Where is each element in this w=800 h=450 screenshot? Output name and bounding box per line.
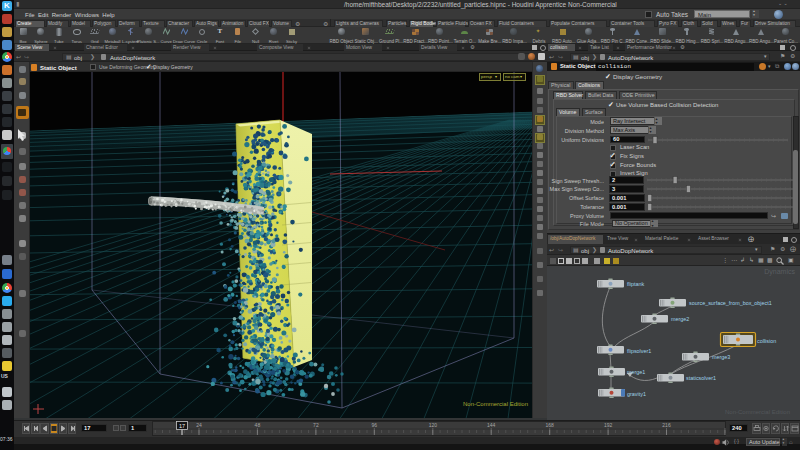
svg-text:gravity1: gravity1 <box>627 391 646 397</box>
svg-text:merge3: merge3 <box>712 354 730 360</box>
svg-text:fliptank: fliptank <box>627 281 644 287</box>
svg-text:merge1: merge1 <box>627 369 645 375</box>
svg-text:Dynamics: Dynamics <box>764 268 795 276</box>
svg-text:144: 144 <box>487 422 496 428</box>
svg-text:collision: collision <box>757 338 776 344</box>
svg-text:source_surface_from_box_object: source_surface_from_box_object1 <box>689 300 772 306</box>
svg-text:Non-Commercial Edition: Non-Commercial Edition <box>725 409 790 415</box>
svg-text:merge2: merge2 <box>671 316 689 322</box>
svg-text:96: 96 <box>372 422 378 428</box>
svg-text:72: 72 <box>313 422 319 428</box>
svg-text:17: 17 <box>179 422 185 428</box>
svg-text:flipsolver1: flipsolver1 <box>627 348 651 354</box>
svg-text:192: 192 <box>604 422 613 428</box>
svg-text:staticsolver1: staticsolver1 <box>686 375 716 381</box>
svg-text:24: 24 <box>196 422 202 428</box>
svg-text:48: 48 <box>255 422 261 428</box>
svg-text:120: 120 <box>429 422 438 428</box>
svg-text:216: 216 <box>662 422 671 428</box>
svg-text:168: 168 <box>546 422 555 428</box>
